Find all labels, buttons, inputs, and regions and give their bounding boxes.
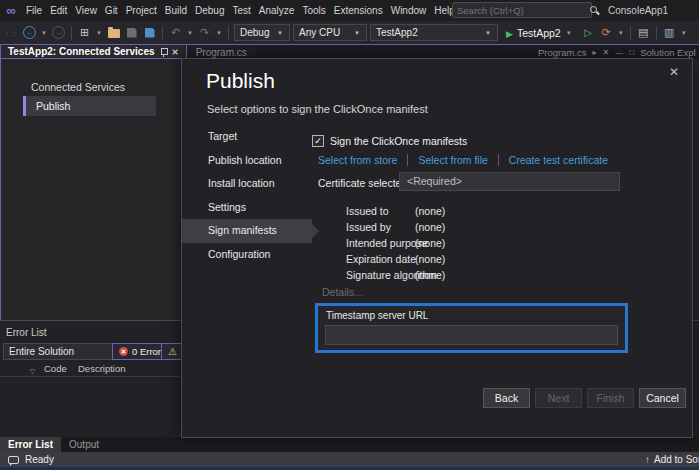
menu-tools[interactable]: Tools	[298, 0, 329, 21]
save-all-icon[interactable]	[145, 28, 155, 38]
filter-icon[interactable]	[30, 365, 35, 376]
minimize-icon[interactable]: —	[615, 48, 623, 57]
run-button[interactable]: TestApp2	[501, 24, 578, 42]
nav-target[interactable]: Target	[182, 125, 312, 149]
add-to-source-control[interactable]: Add to Sourc	[645, 454, 699, 465]
nav-configuration[interactable]: Configuration	[182, 243, 312, 267]
open-folder-icon[interactable]	[108, 29, 120, 38]
close-icon[interactable]: ✕	[603, 48, 610, 57]
certificate-links: Select from store Select from file Creat…	[318, 154, 608, 166]
new-project-icon[interactable]	[77, 25, 92, 41]
timestamp-highlight-box: Timestamp server URL	[315, 303, 628, 353]
undo-dropdown[interactable]	[186, 29, 194, 37]
toolbar-grip[interactable]: ⋮⋮	[3, 28, 17, 37]
intended-purpose-value: (none)	[415, 237, 445, 249]
sign-manifests-checkbox-label: Sign the ClickOnce manifests	[330, 135, 467, 147]
select-from-store-link[interactable]: Select from store	[318, 154, 397, 166]
new-project-dropdown[interactable]	[95, 29, 103, 37]
redo-icon[interactable]	[197, 25, 212, 41]
menu-build[interactable]: Build	[161, 0, 191, 21]
toolbar-separator	[656, 26, 657, 40]
cancel-button[interactable]: Cancel	[639, 388, 686, 408]
navigate-back-dropdown[interactable]	[40, 29, 48, 37]
close-icon[interactable]: ✕	[172, 47, 179, 57]
tab-connected-services[interactable]: TestApp2: Connected Services ✕	[0, 45, 187, 59]
nav-sign-manifests[interactable]: Sign manifests	[182, 219, 312, 243]
column-code[interactable]: Code	[44, 363, 67, 374]
solution-explorer-icon[interactable]	[662, 25, 677, 41]
menu-extensions[interactable]: Extensions	[330, 0, 387, 21]
dialog-subtitle: Select options to sign the ClickOnce man…	[207, 103, 428, 115]
tab-error-list[interactable]: Error List	[0, 437, 61, 452]
hot-reload-dropdown[interactable]	[617, 29, 625, 37]
chevron-down-icon	[353, 29, 361, 37]
certificate-selected-label: Certificate selected	[318, 177, 407, 189]
select-from-file-link[interactable]: Select from file	[418, 154, 487, 166]
menu-test[interactable]: Test	[228, 0, 254, 21]
navigate-forward-icon[interactable]	[52, 26, 65, 39]
link-divider	[498, 154, 499, 166]
menu-analyze[interactable]: Analyze	[255, 0, 299, 21]
issued-to-value: (none)	[415, 205, 445, 217]
chevron-down-icon	[484, 29, 492, 37]
start-without-debugging-icon[interactable]	[581, 25, 596, 41]
issued-by-value: (none)	[415, 221, 445, 233]
error-list-title: Error List	[6, 327, 47, 338]
section-connected-services[interactable]: Connected Services	[31, 81, 125, 93]
expiration-date-label: Expiration date	[346, 253, 416, 265]
startup-project-dropdown[interactable]: TestApp2	[370, 24, 498, 41]
nav-install-location[interactable]: Install location	[182, 172, 312, 196]
hot-reload-icon[interactable]	[599, 25, 614, 41]
tab-program-cs[interactable]: Program.cs	[187, 45, 256, 59]
tab-output[interactable]: Output	[61, 437, 107, 452]
search-input[interactable]	[457, 5, 589, 16]
menu-view[interactable]: View	[71, 0, 101, 21]
navigate-back-icon[interactable]	[23, 26, 36, 39]
nav-publish-location[interactable]: Publish location	[182, 149, 312, 173]
signature-algorithm-value: (none)	[415, 269, 445, 281]
feedback-icon	[8, 456, 19, 464]
right-tab-program-cs[interactable]: Program.cs	[538, 47, 587, 58]
document-tab-bar: TestApp2: Connected Services ✕ Program.c…	[0, 44, 699, 59]
toolbar-separator	[71, 26, 72, 40]
platform-dropdown[interactable]: Any CPU	[293, 24, 367, 41]
search-box[interactable]	[452, 2, 592, 18]
undo-icon[interactable]	[168, 25, 183, 41]
toolbar-separator	[630, 26, 631, 40]
menu-file[interactable]: File	[22, 0, 46, 21]
menu-edit[interactable]: Edit	[46, 0, 71, 21]
find-in-files-icon[interactable]	[636, 25, 651, 41]
menu-project[interactable]: Project	[122, 0, 161, 21]
visual-studio-window: ∞ File Edit View Git Project Build Debug…	[0, 0, 699, 470]
create-test-certificate-link[interactable]: Create test certificate	[509, 154, 608, 166]
restore-icon[interactable]: □	[629, 48, 634, 57]
issued-to-label: Issued to	[346, 205, 389, 217]
issued-by-label: Issued by	[346, 221, 391, 233]
nav-settings[interactable]: Settings	[182, 196, 312, 220]
finish-button: Finish	[587, 388, 634, 408]
toolbar-overflow[interactable]	[680, 29, 688, 37]
column-description[interactable]: Description	[78, 363, 126, 374]
timestamp-server-url-input[interactable]	[325, 325, 618, 345]
menu-window[interactable]: Window	[387, 0, 431, 21]
bottom-panel-tabs: Error List Output	[0, 437, 699, 452]
sidebar-item-publish[interactable]: Publish	[23, 96, 156, 116]
redo-dropdown[interactable]	[215, 29, 223, 37]
save-icon[interactable]	[127, 28, 137, 38]
certificate-selected-field[interactable]: <Required>	[399, 172, 620, 191]
menu-debug[interactable]: Debug	[191, 0, 228, 21]
back-button[interactable]: Back	[483, 388, 530, 408]
standard-toolbar: ⋮⋮ Debug Any CPU TestApp2 TestApp2	[0, 21, 699, 44]
error-list-header: Code Description	[0, 362, 180, 377]
next-button: Next	[535, 388, 582, 408]
configuration-dropdown[interactable]: Debug	[234, 24, 290, 41]
sign-manifests-checkbox[interactable]: ✓	[312, 135, 324, 147]
error-scope-dropdown[interactable]: Entire Solution	[3, 343, 130, 360]
menu-git[interactable]: Git	[101, 0, 122, 21]
chevron-down-icon	[276, 29, 284, 37]
pin-icon[interactable]	[160, 47, 167, 57]
dialog-close-icon[interactable]: ✕	[669, 65, 679, 79]
play-small-icon[interactable]: ▸	[593, 48, 597, 57]
toolbar-separator	[228, 26, 229, 40]
details-link: Details...	[322, 286, 363, 298]
